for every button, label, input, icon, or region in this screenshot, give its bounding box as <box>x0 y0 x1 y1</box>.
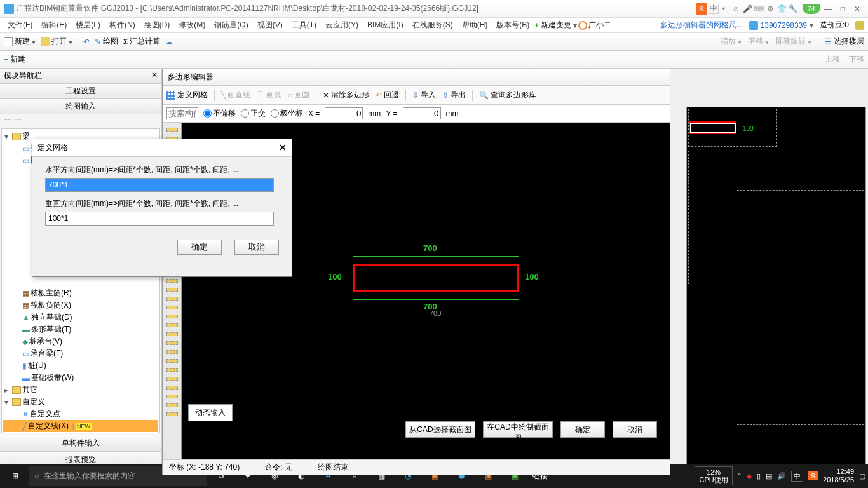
undo-icon[interactable]: ↶ <box>83 37 90 46</box>
menu-modify[interactable]: 修改(M) <box>175 18 209 32</box>
x-input[interactable] <box>325 107 363 119</box>
v-spacing-input[interactable] <box>45 212 274 226</box>
dynamic-input-button[interactable]: 动态输入 <box>188 404 233 421</box>
opt-no-offset[interactable]: 不偏移 <box>203 108 236 119</box>
sum-button[interactable]: Σ汇总计算 <box>123 36 160 47</box>
draw-circle-button[interactable]: ○画圆 <box>288 90 309 100</box>
tree-zdy-face[interactable]: ▨自定义面 <box>3 432 158 433</box>
ime-smile-icon[interactable]: ☺ <box>731 4 742 14</box>
open-button[interactable]: 打开▾ <box>41 36 72 47</box>
tree-jichu[interactable]: ▬基础板带(W) <box>3 372 158 384</box>
menu-cloud[interactable]: 云应用(Y) <box>322 18 362 32</box>
menu-file[interactable]: 文件(F) <box>4 18 36 32</box>
cad-draw-button[interactable]: 在CAD中绘制截面图 <box>483 421 553 438</box>
menu-version[interactable]: 版本号(B) <box>492 18 533 32</box>
preview-panel[interactable]: 100 <box>686 107 866 472</box>
tip-link[interactable]: 多边形编辑器的网格尺... <box>660 20 743 30</box>
move-down-button[interactable]: 下移 <box>849 54 864 65</box>
draw-button[interactable]: ✎绘图 <box>95 36 118 47</box>
clear-button[interactable]: ✕清除多边形 <box>323 90 369 100</box>
bell-icon[interactable] <box>855 21 864 30</box>
tree-zidingyi[interactable]: ▾自定义 <box>3 396 158 408</box>
move-up-button[interactable]: 上移 <box>825 54 840 65</box>
clock[interactable]: 12:492018/5/25 <box>823 468 854 484</box>
ime-main-icon[interactable]: S <box>696 3 707 15</box>
tree-chengtailiang[interactable]: ▭承台梁(F) <box>3 348 158 360</box>
poly-ok-button[interactable]: 确定 <box>560 421 605 438</box>
cad-select-button[interactable]: 从CAD选择截面图 <box>405 421 475 438</box>
ime-skin-icon[interactable]: 👕 <box>777 4 787 14</box>
tray-icon-1[interactable]: ◆ <box>747 472 752 480</box>
tree-duli[interactable]: ▲独立基础(D) <box>3 311 158 323</box>
tree-zdy-point[interactable]: ✕自定义点 <box>3 408 158 420</box>
nav-tb-remove-icon[interactable]: ⁻⁻ <box>14 116 22 125</box>
footer-single-input[interactable]: 单构件输入 <box>0 435 161 451</box>
notif-center-icon[interactable]: ▢ <box>859 472 865 480</box>
define-grid-button[interactable]: 定义网格 <box>166 90 208 100</box>
tray-sogou-icon[interactable]: S <box>808 471 818 480</box>
draw-arc-button[interactable]: ⌒画弧 <box>257 90 281 100</box>
menu-component[interactable]: 构件(N) <box>105 18 139 32</box>
tray-ime[interactable]: 中 <box>791 471 803 482</box>
rotate-button[interactable]: 屏幕旋转▾ <box>775 36 811 48</box>
import-button[interactable]: ⇩导入 <box>412 90 436 100</box>
minimize-button[interactable]: — <box>824 4 832 13</box>
menu-online[interactable]: 在线服务(S) <box>409 18 457 32</box>
nav-tb-add-icon[interactable]: ⁺⁺ <box>4 116 11 125</box>
sub-new-button[interactable]: +新建 <box>4 54 25 65</box>
ime-keyboard-icon[interactable]: ⌨ <box>754 4 764 14</box>
menu-tool[interactable]: 工具(T) <box>288 18 320 32</box>
back-button[interactable]: ↶回退 <box>376 90 399 100</box>
ime-punct-icon[interactable]: •, <box>720 4 730 14</box>
section-draw-input[interactable]: 绘图输入 <box>0 99 161 114</box>
draw-line-button[interactable]: ╲画直线 <box>221 90 250 100</box>
close-button[interactable]: ✕ <box>854 4 860 13</box>
search-component-input[interactable] <box>166 107 198 119</box>
ime-tool-icon[interactable]: 🔧 <box>789 4 799 14</box>
new-button[interactable]: 新建▾ <box>4 36 36 47</box>
tray-up-icon[interactable]: ˄ <box>738 472 742 480</box>
tree-zdy-line[interactable]: ╱自定义线(X)▯NEW <box>3 420 158 432</box>
notif-badge[interactable]: 74 <box>803 4 820 14</box>
select-floor-button[interactable]: ☰选择楼层 <box>825 36 864 48</box>
menu-bim[interactable]: BIM应用(I) <box>363 18 407 32</box>
ime-lang[interactable]: 中 <box>709 4 719 14</box>
start-button[interactable]: ⊞ <box>3 464 28 488</box>
query-button[interactable]: 🔍查询多边形库 <box>479 90 536 100</box>
poly-cancel-button[interactable]: 取消 <box>613 421 657 438</box>
tree-item-row[interactable]: ▦核板主筋(R) <box>3 287 158 299</box>
menu-help[interactable]: 帮助(H) <box>458 18 492 32</box>
zoom-button[interactable]: 缩放▾ <box>721 36 742 48</box>
menu-edit[interactable]: 编辑(E) <box>37 18 71 32</box>
export-button[interactable]: ⇧导出 <box>442 90 466 100</box>
ime-mic-icon[interactable]: 🎤 <box>743 4 753 14</box>
tray-icon-2[interactable]: ▯ <box>757 472 761 480</box>
y-input[interactable] <box>403 107 441 119</box>
phone-link[interactable]: 13907298339 <box>761 21 807 30</box>
menu-view[interactable]: 视图(V) <box>254 18 287 32</box>
h-spacing-input[interactable] <box>45 178 274 192</box>
ime-gear-icon[interactable]: ⚙ <box>766 4 776 14</box>
tray-icon-3[interactable]: ▤ <box>766 472 772 480</box>
tree-zhuangcheng[interactable]: ◆桩承台(V) <box>3 336 158 348</box>
dialog-ok-button[interactable]: 确定 <box>177 240 222 255</box>
nav-close-icon[interactable]: ✕ <box>151 71 158 81</box>
maximize-button[interactable]: □ <box>841 4 845 13</box>
tree-qita[interactable]: ▸其它 <box>3 384 158 396</box>
cpu-meter[interactable]: 12%CPU使用 <box>695 466 732 485</box>
dialog-cancel-button[interactable]: 取消 <box>234 240 279 255</box>
cloud-icon[interactable]: ☁ <box>165 37 173 46</box>
menu-floor[interactable]: 楼层(L) <box>72 18 104 32</box>
dialog-close-icon[interactable]: ✕ <box>279 142 287 153</box>
tree-zhuang[interactable]: ▮桩(U) <box>3 360 158 372</box>
opt-polar[interactable]: 极坐标 <box>271 108 303 119</box>
menu-draw[interactable]: 绘图(D) <box>140 18 174 32</box>
menu-rebar[interactable]: 钢筋量(Q) <box>210 18 252 32</box>
tree-tiaoxing[interactable]: ▬条形基础(T) <box>3 323 158 336</box>
tree-fabanfu[interactable]: ▦筏板负筋(X) <box>3 299 158 311</box>
tray-sound-icon[interactable]: 🔊 <box>777 472 786 480</box>
opt-ortho[interactable]: 正交 <box>241 108 266 119</box>
user-avatar-icon[interactable] <box>578 21 587 30</box>
section-project[interactable]: 工程设置 <box>0 84 161 99</box>
pan-button[interactable]: 平移▾ <box>748 36 769 48</box>
